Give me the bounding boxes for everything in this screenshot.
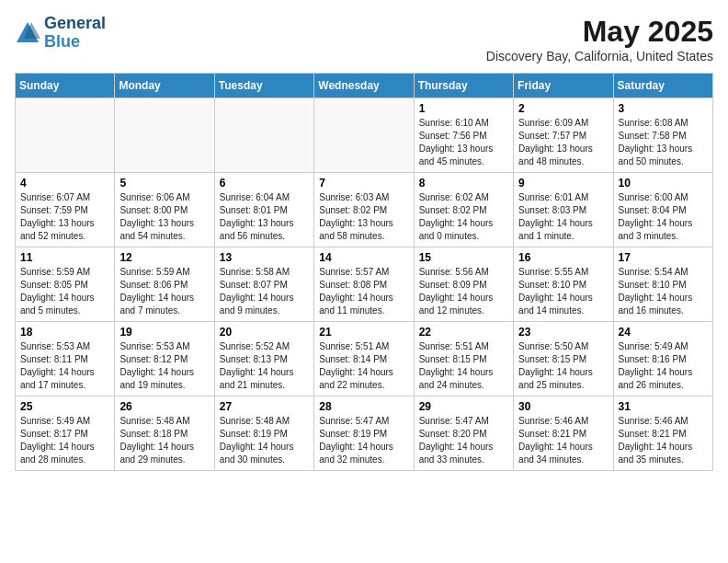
day-number: 21 (319, 326, 408, 339)
day-number: 18 (20, 326, 109, 339)
weekday-header-saturday: Saturday (613, 74, 712, 98)
day-number: 11 (20, 251, 109, 264)
calendar-cell (314, 98, 414, 173)
calendar-cell: 15Sunrise: 5:56 AM Sunset: 8:09 PM Dayli… (414, 247, 513, 322)
day-number: 5 (119, 177, 209, 190)
day-number: 28 (319, 400, 408, 413)
day-info: Sunrise: 5:53 AM Sunset: 8:12 PM Dayligh… (119, 340, 209, 392)
calendar-cell: 29Sunrise: 5:47 AM Sunset: 8:20 PM Dayli… (414, 396, 513, 471)
day-number: 13 (220, 251, 309, 264)
calendar-cell: 23Sunrise: 5:50 AM Sunset: 8:15 PM Dayli… (514, 322, 613, 396)
day-info: Sunrise: 5:49 AM Sunset: 8:16 PM Dayligh… (619, 340, 708, 392)
day-number: 29 (419, 400, 508, 413)
day-info: Sunrise: 5:51 AM Sunset: 8:14 PM Dayligh… (319, 340, 408, 392)
calendar-cell: 6Sunrise: 6:04 AM Sunset: 8:01 PM Daylig… (214, 173, 313, 247)
calendar-cell: 11Sunrise: 5:59 AM Sunset: 8:05 PM Dayli… (16, 247, 115, 322)
day-info: Sunrise: 6:03 AM Sunset: 8:02 PM Dayligh… (319, 191, 408, 243)
header: General Blue May 2025 Discovery Bay, Cal… (15, 15, 713, 63)
calendar: SundayMondayTuesdayWednesdayThursdayFrid… (15, 73, 713, 471)
calendar-cell: 17Sunrise: 5:54 AM Sunset: 8:10 PM Dayli… (613, 247, 712, 322)
calendar-cell: 22Sunrise: 5:51 AM Sunset: 8:15 PM Dayli… (414, 322, 513, 396)
day-info: Sunrise: 5:47 AM Sunset: 8:20 PM Dayligh… (419, 415, 508, 466)
day-number: 2 (518, 102, 608, 115)
calendar-cell (16, 98, 115, 173)
calendar-cell: 8Sunrise: 6:02 AM Sunset: 8:02 PM Daylig… (414, 173, 513, 247)
calendar-cell: 24Sunrise: 5:49 AM Sunset: 8:16 PM Dayli… (613, 322, 712, 396)
day-number: 4 (20, 177, 109, 190)
day-info: Sunrise: 6:02 AM Sunset: 8:02 PM Dayligh… (419, 191, 508, 243)
calendar-cell: 30Sunrise: 5:46 AM Sunset: 8:21 PM Dayli… (514, 396, 613, 471)
day-info: Sunrise: 6:01 AM Sunset: 8:03 PM Dayligh… (518, 191, 608, 243)
day-number: 25 (20, 400, 109, 413)
day-info: Sunrise: 5:47 AM Sunset: 8:19 PM Dayligh… (319, 415, 408, 466)
day-info: Sunrise: 5:53 AM Sunset: 8:11 PM Dayligh… (20, 340, 109, 392)
calendar-cell: 7Sunrise: 6:03 AM Sunset: 8:02 PM Daylig… (314, 173, 414, 247)
day-number: 9 (518, 177, 608, 190)
calendar-week-3: 11Sunrise: 5:59 AM Sunset: 8:05 PM Dayli… (16, 247, 713, 322)
day-number: 6 (220, 177, 309, 190)
day-number: 26 (119, 400, 209, 413)
calendar-cell: 16Sunrise: 5:55 AM Sunset: 8:10 PM Dayli… (514, 247, 613, 322)
day-info: Sunrise: 5:58 AM Sunset: 8:07 PM Dayligh… (220, 266, 309, 317)
day-number: 7 (319, 177, 408, 190)
logo-icon (15, 20, 40, 46)
day-info: Sunrise: 5:49 AM Sunset: 8:17 PM Dayligh… (20, 415, 109, 466)
calendar-week-1: 1Sunrise: 6:10 AM Sunset: 7:56 PM Daylig… (16, 98, 713, 173)
day-number: 17 (619, 251, 708, 264)
calendar-week-2: 4Sunrise: 6:07 AM Sunset: 7:59 PM Daylig… (16, 173, 713, 247)
day-number: 31 (619, 400, 708, 413)
subtitle: Discovery Bay, California, United States (486, 49, 713, 63)
day-info: Sunrise: 5:46 AM Sunset: 8:21 PM Dayligh… (518, 415, 608, 466)
day-info: Sunrise: 5:46 AM Sunset: 8:21 PM Dayligh… (619, 415, 708, 466)
day-number: 1 (419, 102, 508, 115)
calendar-cell: 21Sunrise: 5:51 AM Sunset: 8:14 PM Dayli… (314, 322, 414, 396)
calendar-cell: 1Sunrise: 6:10 AM Sunset: 7:56 PM Daylig… (414, 98, 513, 173)
calendar-cell: 9Sunrise: 6:01 AM Sunset: 8:03 PM Daylig… (514, 173, 613, 247)
day-info: Sunrise: 6:08 AM Sunset: 7:58 PM Dayligh… (619, 117, 708, 168)
day-info: Sunrise: 5:52 AM Sunset: 8:13 PM Dayligh… (220, 340, 309, 392)
calendar-cell: 31Sunrise: 5:46 AM Sunset: 8:21 PM Dayli… (613, 396, 712, 471)
calendar-cell: 2Sunrise: 6:09 AM Sunset: 7:57 PM Daylig… (514, 98, 613, 173)
logo-line2: Blue (44, 33, 106, 52)
calendar-cell: 19Sunrise: 5:53 AM Sunset: 8:12 PM Dayli… (115, 322, 214, 396)
calendar-cell: 26Sunrise: 5:48 AM Sunset: 8:18 PM Dayli… (115, 396, 214, 471)
weekday-header-sunday: Sunday (16, 74, 115, 98)
day-info: Sunrise: 5:51 AM Sunset: 8:15 PM Dayligh… (419, 340, 508, 392)
day-number: 8 (419, 177, 508, 190)
weekday-header-thursday: Thursday (414, 74, 513, 98)
day-info: Sunrise: 6:07 AM Sunset: 7:59 PM Dayligh… (20, 191, 109, 243)
day-info: Sunrise: 5:54 AM Sunset: 8:10 PM Dayligh… (619, 266, 708, 317)
calendar-cell: 28Sunrise: 5:47 AM Sunset: 8:19 PM Dayli… (314, 396, 414, 471)
day-info: Sunrise: 5:50 AM Sunset: 8:15 PM Dayligh… (518, 340, 608, 392)
calendar-cell: 27Sunrise: 5:48 AM Sunset: 8:19 PM Dayli… (214, 396, 313, 471)
day-number: 20 (220, 326, 309, 339)
calendar-cell: 5Sunrise: 6:06 AM Sunset: 8:00 PM Daylig… (115, 173, 214, 247)
day-info: Sunrise: 5:48 AM Sunset: 8:18 PM Dayligh… (119, 415, 209, 466)
day-number: 10 (619, 177, 708, 190)
day-number: 23 (518, 326, 608, 339)
calendar-cell: 18Sunrise: 5:53 AM Sunset: 8:11 PM Dayli… (16, 322, 115, 396)
day-number: 30 (518, 400, 608, 413)
day-number: 24 (619, 326, 708, 339)
calendar-cell: 3Sunrise: 6:08 AM Sunset: 7:58 PM Daylig… (613, 98, 712, 173)
day-number: 15 (419, 251, 508, 264)
day-number: 16 (518, 251, 608, 264)
day-info: Sunrise: 5:59 AM Sunset: 8:05 PM Dayligh… (20, 266, 109, 317)
day-info: Sunrise: 5:55 AM Sunset: 8:10 PM Dayligh… (518, 266, 608, 317)
day-number: 27 (220, 400, 309, 413)
weekday-header-monday: Monday (115, 74, 214, 98)
day-info: Sunrise: 6:00 AM Sunset: 8:04 PM Dayligh… (619, 191, 708, 243)
calendar-cell (115, 98, 214, 173)
day-number: 14 (319, 251, 408, 264)
calendar-cell: 12Sunrise: 5:59 AM Sunset: 8:06 PM Dayli… (115, 247, 214, 322)
day-info: Sunrise: 6:10 AM Sunset: 7:56 PM Dayligh… (419, 117, 508, 168)
day-info: Sunrise: 5:59 AM Sunset: 8:06 PM Dayligh… (119, 266, 209, 317)
calendar-cell: 4Sunrise: 6:07 AM Sunset: 7:59 PM Daylig… (16, 173, 115, 247)
day-number: 12 (119, 251, 209, 264)
calendar-cell: 20Sunrise: 5:52 AM Sunset: 8:13 PM Dayli… (214, 322, 313, 396)
calendar-cell: 14Sunrise: 5:57 AM Sunset: 8:08 PM Dayli… (314, 247, 414, 322)
calendar-cell: 10Sunrise: 6:00 AM Sunset: 8:04 PM Dayli… (613, 173, 712, 247)
day-number: 22 (419, 326, 508, 339)
main-title: May 2025 (486, 15, 713, 49)
weekday-header-friday: Friday (514, 74, 613, 98)
